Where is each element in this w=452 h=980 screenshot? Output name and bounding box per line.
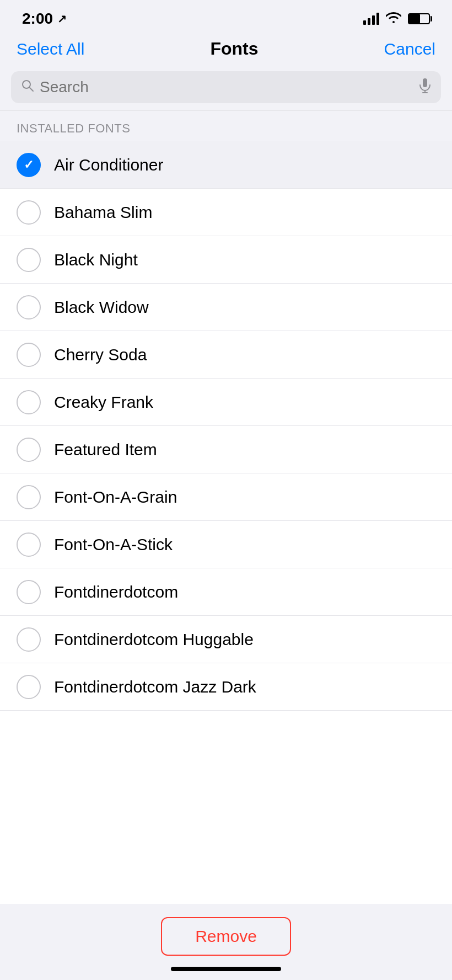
select-all-button[interactable]: Select All bbox=[17, 40, 84, 58]
font-list-item[interactable]: Font-On-A-Grain bbox=[0, 473, 452, 521]
location-icon: ↗ bbox=[57, 12, 67, 25]
radio-button[interactable] bbox=[17, 675, 41, 699]
signal-bars-icon bbox=[363, 13, 379, 25]
home-indicator bbox=[171, 967, 281, 971]
wifi-icon bbox=[386, 11, 401, 26]
page-title: Fonts bbox=[210, 39, 258, 59]
font-list-item[interactable]: Fontdinerdotcom Huggable bbox=[0, 616, 452, 663]
radio-button[interactable] bbox=[17, 343, 41, 367]
status-time: 2:00 ↗ bbox=[22, 10, 67, 28]
font-list-item[interactable]: Black Widow bbox=[0, 284, 452, 331]
battery-icon bbox=[408, 13, 430, 24]
font-name: Black Night bbox=[54, 251, 138, 269]
radio-button[interactable] bbox=[17, 532, 41, 557]
font-list-item[interactable]: Black Night bbox=[0, 236, 452, 284]
search-bar bbox=[11, 71, 441, 103]
font-list-item[interactable]: Featured Item bbox=[0, 426, 452, 473]
font-name: Creaky Frank bbox=[54, 393, 153, 412]
bottom-bar: Remove bbox=[0, 904, 452, 980]
font-name: Featured Item bbox=[54, 440, 157, 459]
status-icons bbox=[363, 11, 430, 26]
font-list-item[interactable]: Cherry Soda bbox=[0, 331, 452, 379]
cancel-button[interactable]: Cancel bbox=[384, 40, 435, 58]
remove-button-wrapper: Remove bbox=[161, 917, 291, 956]
font-list-item[interactable]: Font-On-A-Stick bbox=[0, 521, 452, 568]
radio-button[interactable] bbox=[17, 200, 41, 225]
font-name: Font-On-A-Grain bbox=[54, 488, 177, 507]
font-name: Bahama Slim bbox=[54, 203, 152, 222]
radio-button[interactable] bbox=[17, 153, 41, 177]
search-container bbox=[0, 67, 452, 110]
font-name: Black Widow bbox=[54, 298, 149, 317]
microphone-icon[interactable] bbox=[419, 78, 431, 97]
font-name: Cherry Soda bbox=[54, 345, 147, 364]
font-list-item[interactable]: Fontdinerdotcom bbox=[0, 568, 452, 616]
svg-rect-2 bbox=[423, 78, 427, 87]
section-header: INSTALLED FONTS bbox=[0, 110, 452, 141]
font-name: Air Conditioner bbox=[54, 156, 163, 174]
font-list-item[interactable]: Air Conditioner bbox=[0, 141, 452, 189]
status-bar: 2:00 ↗ bbox=[0, 0, 452, 33]
radio-button[interactable] bbox=[17, 248, 41, 272]
radio-button[interactable] bbox=[17, 438, 41, 462]
font-list: Air ConditionerBahama SlimBlack NightBla… bbox=[0, 141, 452, 904]
font-name: Font-On-A-Stick bbox=[54, 535, 173, 554]
radio-button[interactable] bbox=[17, 580, 41, 604]
radio-button[interactable] bbox=[17, 295, 41, 319]
font-list-item[interactable]: Fontdinerdotcom Jazz Dark bbox=[0, 663, 452, 711]
font-name: Fontdinerdotcom bbox=[54, 583, 178, 601]
time-label: 2:00 bbox=[22, 10, 53, 28]
font-name: Fontdinerdotcom Jazz Dark bbox=[54, 678, 256, 696]
remove-button[interactable]: Remove bbox=[195, 927, 257, 946]
font-name: Fontdinerdotcom Huggable bbox=[54, 630, 254, 649]
font-list-item[interactable]: Bahama Slim bbox=[0, 189, 452, 236]
section-header-text: INSTALLED FONTS bbox=[17, 121, 130, 135]
nav-bar: Select All Fonts Cancel bbox=[0, 33, 452, 67]
search-icon bbox=[21, 79, 34, 95]
svg-line-1 bbox=[30, 88, 34, 92]
font-list-item[interactable]: Creaky Frank bbox=[0, 379, 452, 426]
radio-button[interactable] bbox=[17, 627, 41, 652]
radio-button[interactable] bbox=[17, 485, 41, 509]
search-input[interactable] bbox=[40, 78, 413, 96]
radio-button[interactable] bbox=[17, 390, 41, 414]
